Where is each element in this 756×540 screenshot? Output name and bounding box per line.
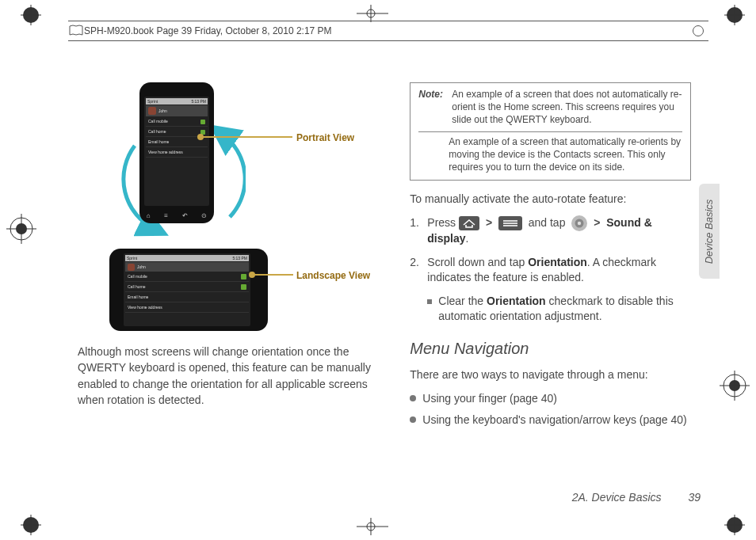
running-head-text: SPH-M920.book Page 39 Friday, October 8,… [84, 25, 332, 36]
phone-landscape-mock: Sprint5:13 PM John Call mobile Call home… [109, 249, 268, 331]
portrait-view-label: Portrait View [296, 131, 354, 145]
step-1: Press > and tap > Sound & display. [410, 215, 691, 247]
crop-mark-top-center [357, 5, 388, 22]
svg-point-30 [578, 222, 581, 225]
note-paragraph-1: An example of a screen that does not aut… [452, 88, 682, 127]
page-footer: 2A. Device Basics 39 [62, 491, 701, 504]
crop-mark-right [720, 371, 750, 401]
lead-text: To manually activate the auto-rotate fea… [410, 192, 691, 207]
menu-key-icon [498, 216, 522, 230]
book-icon [68, 25, 84, 37]
nav-bullet-1: Using your finger (page 40) [410, 391, 691, 407]
orientation-paragraph: Although most screens will change orient… [78, 344, 381, 408]
phone-portrait-mock: Sprint5:13 PM John Call mobile Call home… [139, 82, 214, 223]
crop-mark-left [6, 214, 36, 244]
footer-page-number: 39 [688, 491, 701, 504]
home-key-icon [459, 216, 479, 230]
note-paragraph-2: An example of a screen that automaticall… [449, 135, 682, 174]
orientation-illustration: Sprint5:13 PM John Call mobile Call home… [78, 82, 381, 336]
landscape-view-label: Landscape View [296, 269, 370, 283]
settings-gear-icon [571, 215, 587, 231]
crop-mark-bottom-left [21, 515, 41, 535]
menu-navigation-heading: Menu Navigation [410, 337, 691, 359]
step-2: Scroll down and tap Orientation. A check… [410, 255, 691, 286]
note-box: Note: An example of a screen that does n… [410, 82, 691, 181]
crop-mark-top-left [21, 5, 41, 25]
nav-intro: There are two ways to navigate through a… [410, 367, 691, 383]
footer-section: 2A. Device Basics [572, 491, 662, 504]
callout-line [252, 274, 293, 276]
header-circle-icon [693, 25, 704, 36]
substep-1: Clear the Orientation checkmark to disab… [427, 294, 691, 325]
crop-mark-bottom-right [724, 515, 745, 535]
crop-mark-top-right [724, 5, 745, 25]
note-label: Note: [418, 88, 449, 127]
nav-bullet-2: Using the keyboard's navigation/arrow ke… [410, 413, 691, 428]
callout-line [200, 136, 292, 138]
running-head: SPH-M920.book Page 39 Friday, October 8,… [68, 21, 708, 41]
